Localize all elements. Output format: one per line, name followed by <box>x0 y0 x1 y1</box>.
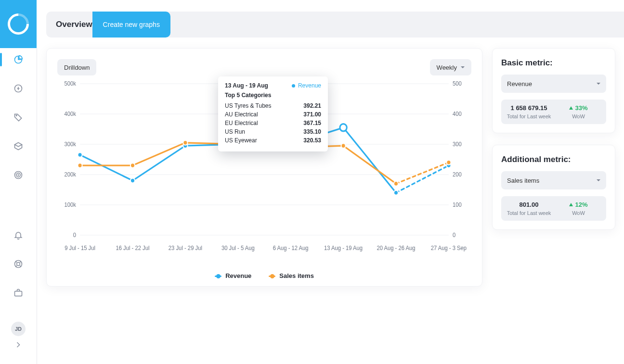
svg-text:100: 100 <box>453 201 462 208</box>
svg-text:400k: 400k <box>65 111 77 117</box>
basic-metric-value-label: Total for Last week <box>507 113 551 119</box>
additional-metric-stats: 801.00 Total for Last week 12% WoW <box>501 196 606 221</box>
svg-text:23 Jul - 29 Jul: 23 Jul - 29 Jul <box>169 244 202 251</box>
legend-revenue-label: Revenue <box>225 272 251 279</box>
tooltip-row: US Run335.10 <box>225 128 321 135</box>
nav-transactions[interactable] <box>10 80 27 97</box>
svg-text:16 Jul - 22 Jul: 16 Jul - 22 Jul <box>116 244 149 251</box>
page-title: Overview <box>56 20 92 29</box>
svg-text:13 Aug - 19 Aug: 13 Aug - 19 Aug <box>324 244 363 251</box>
sidebar: JD <box>0 48 37 364</box>
svg-text:0: 0 <box>453 232 456 238</box>
svg-point-35 <box>130 178 135 183</box>
basic-metric-title: Basic metric: <box>501 58 606 68</box>
brand-logo <box>0 0 37 48</box>
svg-rect-7 <box>15 291 22 296</box>
svg-point-48 <box>394 181 398 186</box>
legend-sales-items[interactable]: Sales items <box>269 272 314 279</box>
chart-panel: Drilldown Weekly 0100k200k300k400k500k01… <box>46 48 482 287</box>
box-icon <box>13 141 23 151</box>
nav-targets[interactable] <box>10 166 27 184</box>
tag-icon <box>13 113 23 122</box>
sidebar-collapse[interactable] <box>10 336 27 353</box>
briefcase-icon <box>13 288 23 298</box>
svg-text:500: 500 <box>453 80 462 87</box>
svg-text:27 Aug - 3 Sep: 27 Aug - 3 Sep <box>431 244 467 251</box>
additional-metric-value-label: Total for Last week <box>507 210 551 216</box>
additional-metric-delta: 12% <box>569 201 587 208</box>
basic-metric-card: Basic metric: Revenue 1 658 679.15 Total… <box>492 48 615 133</box>
basic-metric-stats: 1 658 679.15 Total for Last week 33% WoW <box>501 100 606 124</box>
tooltip-row: EU Electrical367.15 <box>225 120 321 126</box>
svg-text:20 Aug - 26 Aug: 20 Aug - 26 Aug <box>377 244 415 251</box>
basic-metric-value: 1 658 679.15 <box>511 104 547 112</box>
nav-support[interactable] <box>10 255 27 273</box>
svg-point-34 <box>78 152 82 157</box>
chart-toolbar: Drilldown Weekly <box>57 59 471 75</box>
nav-primary <box>10 51 27 184</box>
additional-metric-card: Additional metric: Sales items 801.00 To… <box>492 145 615 230</box>
svg-point-4 <box>18 175 19 176</box>
svg-point-42 <box>78 163 82 168</box>
additional-metric-select[interactable]: Sales items <box>501 171 606 189</box>
page-header: Overview Create new graphs <box>46 12 624 38</box>
basic-metric-delta: 33% <box>569 104 587 112</box>
lifebuoy-icon <box>13 259 23 269</box>
svg-point-50 <box>340 124 347 131</box>
period-select[interactable]: Weekly <box>430 59 471 75</box>
drilldown-button[interactable]: Drilldown <box>57 59 96 75</box>
basic-metric-delta-value: 33% <box>575 104 587 112</box>
arrow-up-icon <box>569 106 573 110</box>
chart-legend: Revenue Sales items <box>47 272 482 279</box>
svg-text:0: 0 <box>73 232 77 238</box>
user-avatar[interactable]: JD <box>11 322 26 336</box>
svg-text:30 Jul - 5 Aug: 30 Jul - 5 Aug <box>221 244 255 251</box>
bell-icon <box>13 230 23 240</box>
nav-overview[interactable] <box>10 51 27 68</box>
svg-point-49 <box>446 160 451 165</box>
nav-notifications[interactable] <box>10 226 27 244</box>
legend-revenue[interactable]: Revenue <box>215 272 251 279</box>
tooltip-series: Revenue <box>292 82 321 89</box>
target-icon <box>13 170 23 180</box>
tooltip-date: 13 Aug - 19 Aug <box>225 82 268 89</box>
additional-metric-delta-value: 12% <box>575 201 587 208</box>
additional-metric-delta-label: WoW <box>572 210 585 216</box>
svg-text:9 Jul - 15 Jul: 9 Jul - 15 Jul <box>65 244 95 251</box>
svg-point-40 <box>394 190 398 195</box>
tooltip-row: US Eyewear320.53 <box>225 137 321 144</box>
basic-metric-delta-label: WoW <box>572 113 585 119</box>
drilldown-label: Drilldown <box>64 64 90 71</box>
tooltip-row: US Tyres & Tubes392.21 <box>225 102 321 109</box>
nav-footer: JD <box>10 226 27 336</box>
additional-metric-title: Additional metric: <box>501 155 606 164</box>
additional-metric-selected: Sales items <box>507 177 539 184</box>
legend-dot-icon <box>215 276 221 277</box>
nav-workspace[interactable] <box>10 284 27 301</box>
svg-point-44 <box>183 140 187 145</box>
additional-metric-value: 801.00 <box>520 201 539 208</box>
svg-text:500k: 500k <box>65 80 77 87</box>
nav-tags[interactable] <box>10 109 27 126</box>
legend-dot-icon <box>269 276 275 277</box>
basic-metric-select[interactable]: Revenue <box>501 75 606 93</box>
svg-point-43 <box>130 163 135 168</box>
nav-inventory[interactable] <box>10 138 27 155</box>
basic-metric-selected: Revenue <box>507 80 532 88</box>
chevron-down-icon <box>597 179 600 181</box>
legend-sales-items-label: Sales items <box>279 272 314 279</box>
svg-text:400: 400 <box>453 111 462 117</box>
create-graphs-button[interactable]: Create new graphs <box>92 12 170 38</box>
svg-text:200k: 200k <box>65 171 77 177</box>
svg-point-47 <box>341 143 345 148</box>
svg-point-6 <box>17 263 20 266</box>
period-label: Weekly <box>437 64 457 71</box>
svg-text:300k: 300k <box>65 141 77 147</box>
pie-chart-icon <box>13 55 23 64</box>
svg-point-1 <box>16 115 17 116</box>
svg-text:300: 300 <box>453 141 462 147</box>
tooltip-series-label: Revenue <box>298 82 321 89</box>
dot-icon <box>292 84 295 88</box>
chevron-down-icon <box>461 66 465 68</box>
svg-text:100k: 100k <box>65 201 77 208</box>
